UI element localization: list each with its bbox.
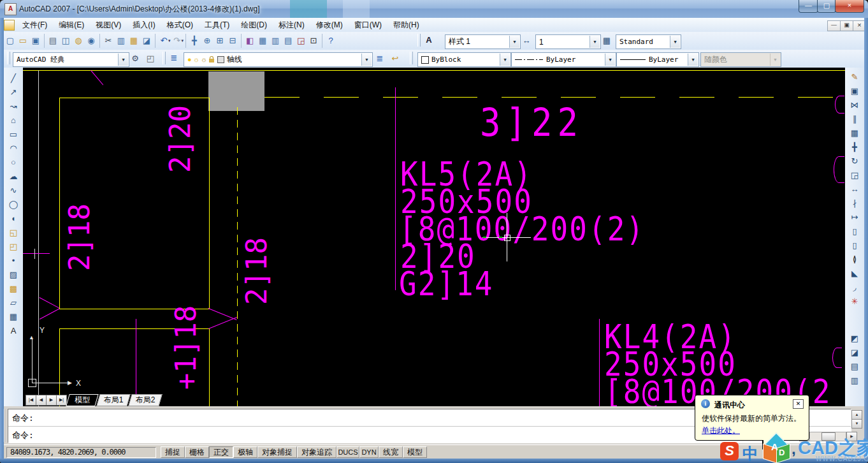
layer-select[interactable]: ● ☼ ☼ 轴线 ▼ <box>184 52 373 67</box>
help-icon[interactable]: ? <box>324 34 337 47</box>
menu-edit[interactable]: 编辑(E) <box>53 18 90 32</box>
dyn-toggle[interactable]: DYN <box>359 446 379 458</box>
tool-palettes-icon[interactable]: ▥ <box>269 34 282 47</box>
arc-icon[interactable]: ◠ <box>6 142 20 156</box>
spline-icon[interactable]: ∿ <box>6 184 20 198</box>
tab-nav-prev[interactable]: ◀ <box>36 395 47 406</box>
layer-previous-icon[interactable]: ↩ <box>389 52 401 65</box>
bring-above-objects-icon[interactable]: ▤ <box>848 360 862 374</box>
save-workspace-icon[interactable]: ◰ <box>144 52 157 65</box>
insert-block-icon[interactable]: ◱ <box>6 226 20 240</box>
tab-layout1[interactable]: 布局1 <box>96 394 130 406</box>
toolbar-grip[interactable] <box>163 52 166 64</box>
new-file-icon[interactable]: ▢ <box>4 34 17 47</box>
text-style-select[interactable]: 样式 1▼ <box>445 34 521 49</box>
circle-icon[interactable]: ○ <box>6 156 20 170</box>
toolbar-grip[interactable] <box>7 52 10 64</box>
workspace-select[interactable]: AutoCAD 经典▼ <box>13 52 129 67</box>
plot-preview-icon[interactable]: ◫ <box>59 34 72 47</box>
coordinate-readout[interactable]: 84089.1673, 4820.2069, 0.0000 <box>6 447 156 458</box>
table-style-icon[interactable]: ▦ <box>600 34 613 47</box>
command-scroll-down-button[interactable]: ▼ <box>851 419 862 429</box>
zoom-realtime-icon[interactable]: ⊕ <box>201 34 213 47</box>
send-under-objects-icon[interactable]: ▥ <box>848 374 862 388</box>
polar-toggle[interactable]: 极轴 <box>233 446 257 458</box>
layer-color-swatch[interactable] <box>217 56 224 63</box>
balloon-close-icon[interactable]: ✕ <box>793 399 804 409</box>
text-style-icon[interactable]: A <box>423 34 435 47</box>
make-block-icon[interactable]: ◰ <box>6 240 20 254</box>
explode-icon[interactable]: ✳ <box>848 295 862 309</box>
minimize-button[interactable]: — <box>799 0 818 13</box>
polygon-icon[interactable]: ⌂ <box>6 114 20 128</box>
linetype-control-select[interactable]: ByLayer▼ <box>511 52 616 67</box>
revision-cloud-icon[interactable]: ☁ <box>6 170 20 184</box>
paste-icon[interactable]: ▦ <box>127 34 140 47</box>
table-style-select[interactable]: Standard▼ <box>616 34 681 49</box>
layer-lock-icon[interactable] <box>209 59 214 62</box>
toolbar-grip[interactable] <box>410 52 413 64</box>
layer-properties-icon[interactable]: ≣ <box>168 52 180 64</box>
sheet-set-manager-icon[interactable]: ▤ <box>282 34 294 47</box>
erase-icon[interactable]: ✎ <box>848 70 862 84</box>
menu-tools[interactable]: 工具(T) <box>199 18 235 32</box>
model-space-toggle[interactable]: 模型 <box>403 446 427 458</box>
extend-icon[interactable]: ↦ <box>848 210 862 224</box>
fillet-icon[interactable]: ◞ <box>848 281 862 295</box>
markup-set-manager-icon[interactable]: ◲ <box>294 34 307 47</box>
menu-view[interactable]: 视图(V) <box>90 18 127 32</box>
stretch-icon[interactable]: ↔ <box>848 182 862 196</box>
chevron-down-icon[interactable]: ▼ <box>509 36 519 48</box>
open-icon[interactable]: ▭ <box>17 34 29 47</box>
properties-icon[interactable]: ◧ <box>243 34 256 47</box>
construction-line-icon[interactable]: ↗ <box>6 85 20 99</box>
chevron-down-icon[interactable]: ▼ <box>670 36 680 48</box>
zoom-previous-icon[interactable]: ⊟ <box>226 34 239 47</box>
doc-restore-button[interactable]: ▣ <box>840 20 853 31</box>
copy-object-icon[interactable]: ▣ <box>848 84 862 98</box>
doc-minimize-button[interactable]: — <box>827 20 841 31</box>
menu-insert[interactable]: 插入(I) <box>127 18 161 32</box>
menu-format[interactable]: 格式(O) <box>161 18 199 32</box>
region-icon[interactable]: ▱ <box>6 296 20 310</box>
array-icon[interactable]: ▦ <box>848 126 862 140</box>
chevron-down-icon[interactable]: ▼ <box>590 36 600 48</box>
zoom-window-icon[interactable]: ⊞ <box>213 34 226 47</box>
menu-file[interactable]: 文件(F) <box>17 18 53 32</box>
menu-window[interactable]: 窗口(W) <box>349 18 387 32</box>
snap-toggle[interactable]: 捕捉 <box>161 446 185 458</box>
tab-layout2[interactable]: 布局2 <box>128 394 162 406</box>
rotate-icon[interactable]: ↻ <box>848 154 862 168</box>
mirror-icon[interactable]: ⋈ <box>848 98 862 112</box>
point-icon[interactable]: • <box>6 254 20 268</box>
table-icon[interactable]: ▦ <box>6 310 20 324</box>
chevron-down-icon[interactable]: ▼ <box>361 54 372 66</box>
polyline-icon[interactable]: ↝ <box>6 99 20 114</box>
line-icon[interactable]: ╱ <box>6 71 20 85</box>
workspace-settings-icon[interactable]: ⚙ <box>129 52 141 65</box>
trim-icon[interactable]: ∤ <box>848 196 862 210</box>
osnap-toggle[interactable]: 对象捕捉 <box>257 446 297 458</box>
gradient-icon[interactable]: ▩ <box>6 282 20 296</box>
command-prompt[interactable]: 命令: <box>12 430 34 441</box>
offset-icon[interactable]: ∥ <box>848 112 862 126</box>
layer-viewport-freeze-icon[interactable]: ☼ <box>201 54 207 66</box>
maximize-button[interactable]: ▢ <box>817 0 836 13</box>
ortho-toggle[interactable]: 正交 <box>209 446 233 458</box>
menu-modify[interactable]: 修改(M) <box>310 18 349 32</box>
chevron-down-icon[interactable]: ▼ <box>500 54 510 66</box>
layer-states-icon[interactable]: ≣ <box>373 52 386 65</box>
drawing-canvas[interactable]: 3]22 KL5(2A) 250x500 [8@100/200(2) 2]20 … <box>23 68 845 406</box>
lineweight-toggle[interactable]: 线宽 <box>379 446 403 458</box>
chamfer-icon[interactable]: ◣ <box>848 267 862 281</box>
bring-to-front-icon[interactable]: ◩ <box>848 332 862 346</box>
tab-nav-last[interactable]: ▶| <box>56 395 67 406</box>
join-icon[interactable]: ≬ <box>848 253 862 267</box>
quickcalc-icon[interactable]: ⊡ <box>307 34 320 47</box>
tab-nav-first[interactable]: |◀ <box>25 395 36 406</box>
copy-icon[interactable]: ▥ <box>115 34 127 47</box>
layer-on-bulb-icon[interactable]: ● <box>187 54 192 66</box>
match-properties-icon[interactable]: ◪ <box>140 34 153 47</box>
cut-icon[interactable]: ✂ <box>102 34 115 47</box>
publish-to-web-icon[interactable]: ◍ <box>72 34 85 47</box>
